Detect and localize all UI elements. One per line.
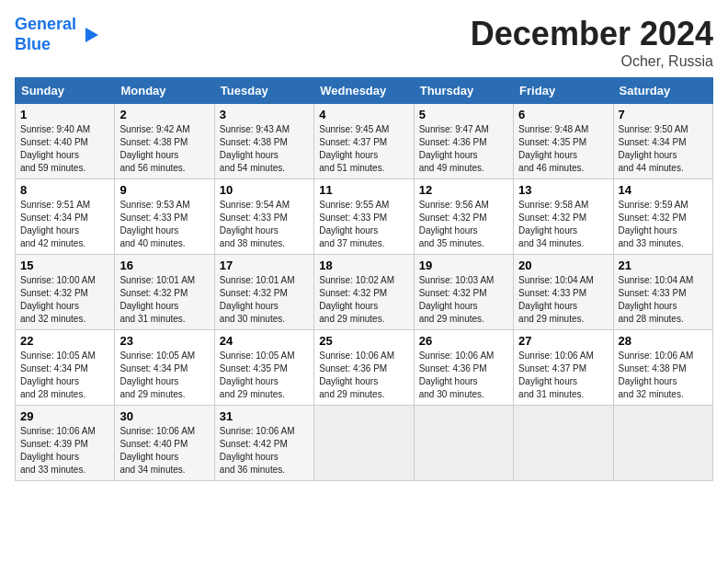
weekday-header-sunday: Sunday (16, 78, 115, 104)
weekday-header-saturday: Saturday (613, 78, 712, 104)
weekday-header-friday: Friday (514, 78, 613, 104)
day-detail: Sunrise: 10:03 AMSunset: 4:32 PMDaylight… (419, 274, 508, 326)
calendar-title: December 2024 (471, 15, 713, 53)
day-detail: Sunrise: 9:42 AMSunset: 4:38 PMDaylight … (119, 123, 209, 175)
calendar-cell: 28 Sunrise: 10:06 AMSunset: 4:38 PMDayli… (613, 330, 712, 406)
calendar-cell (414, 406, 513, 481)
day-detail: Sunrise: 9:40 AMSunset: 4:40 PMDaylight … (20, 123, 109, 175)
day-detail: Sunrise: 9:47 AMSunset: 4:36 PMDaylight … (419, 123, 508, 175)
calendar-week-1: 1 Sunrise: 9:40 AMSunset: 4:40 PMDayligh… (16, 104, 713, 179)
calendar-cell: 15 Sunrise: 10:00 AMSunset: 4:32 PMDayli… (16, 255, 115, 330)
calendar-cell: 26 Sunrise: 10:06 AMSunset: 4:36 PMDayli… (414, 330, 513, 406)
calendar-cell: 10 Sunrise: 9:54 AMSunset: 4:33 PMDaylig… (214, 179, 313, 255)
weekday-header-monday: Monday (115, 78, 214, 104)
day-number: 24 (220, 334, 309, 348)
day-detail: Sunrise: 9:53 AMSunset: 4:33 PMDaylight … (119, 199, 209, 250)
calendar-cell: 24 Sunrise: 10:05 AMSunset: 4:35 PMDayli… (214, 330, 313, 406)
calendar-cell: 17 Sunrise: 10:01 AMSunset: 4:32 PMDayli… (214, 255, 313, 330)
day-number: 11 (319, 183, 408, 197)
day-detail: Sunrise: 9:56 AMSunset: 4:32 PMDaylight … (419, 199, 508, 250)
day-detail: Sunrise: 10:05 AMSunset: 4:34 PMDaylight… (20, 350, 109, 401)
day-detail: Sunrise: 10:00 AMSunset: 4:32 PMDaylight… (20, 274, 109, 326)
day-number: 28 (619, 334, 708, 348)
day-number: 30 (119, 409, 209, 423)
calendar-cell: 21 Sunrise: 10:04 AMSunset: 4:33 PMDayli… (613, 255, 712, 330)
calendar-cell: 29 Sunrise: 10:06 AMSunset: 4:39 PMDayli… (16, 406, 115, 481)
calendar-cell: 5 Sunrise: 9:47 AMSunset: 4:36 PMDayligh… (414, 104, 513, 179)
day-number: 2 (119, 108, 209, 121)
calendar-week-5: 29 Sunrise: 10:06 AMSunset: 4:39 PMDayli… (16, 406, 713, 481)
day-detail: Sunrise: 9:58 AMSunset: 4:32 PMDaylight … (518, 199, 608, 250)
weekday-header-wednesday: Wednesday (314, 78, 414, 104)
calendar-cell: 3 Sunrise: 9:43 AMSunset: 4:38 PMDayligh… (214, 104, 313, 179)
calendar-cell: 14 Sunrise: 9:59 AMSunset: 4:32 PMDaylig… (613, 179, 712, 255)
day-detail: Sunrise: 9:43 AMSunset: 4:38 PMDaylight … (220, 123, 309, 175)
day-detail: Sunrise: 9:45 AMSunset: 4:37 PMDaylight … (319, 123, 408, 175)
logo-blue: Blue (15, 35, 51, 53)
day-detail: Sunrise: 10:06 AMSunset: 4:42 PMDaylight… (220, 425, 309, 477)
header: General Blue December 2024 Ocher, Russia (15, 15, 713, 70)
day-detail: Sunrise: 10:04 AMSunset: 4:33 PMDaylight… (518, 274, 608, 326)
day-number: 4 (319, 108, 408, 121)
day-number: 8 (20, 183, 109, 197)
title-area: December 2024 Ocher, Russia (471, 15, 713, 70)
day-number: 5 (419, 108, 508, 121)
day-number: 26 (419, 334, 508, 348)
calendar-cell: 16 Sunrise: 10:01 AMSunset: 4:32 PMDayli… (115, 255, 214, 330)
day-detail: Sunrise: 10:05 AMSunset: 4:35 PMDaylight… (220, 350, 309, 401)
calendar-cell: 13 Sunrise: 9:58 AMSunset: 4:32 PMDaylig… (514, 179, 613, 255)
day-number: 13 (518, 183, 608, 197)
day-detail: Sunrise: 10:01 AMSunset: 4:32 PMDaylight… (119, 274, 209, 326)
calendar-week-2: 8 Sunrise: 9:51 AMSunset: 4:34 PMDayligh… (16, 179, 713, 255)
calendar-week-3: 15 Sunrise: 10:00 AMSunset: 4:32 PMDayli… (16, 255, 713, 330)
day-number: 12 (419, 183, 508, 197)
day-detail: Sunrise: 10:06 AMSunset: 4:37 PMDaylight… (518, 350, 608, 401)
calendar-cell: 22 Sunrise: 10:05 AMSunset: 4:34 PMDayli… (16, 330, 115, 406)
calendar-cell: 7 Sunrise: 9:50 AMSunset: 4:34 PMDayligh… (613, 104, 712, 179)
day-detail: Sunrise: 10:04 AMSunset: 4:33 PMDaylight… (619, 274, 708, 326)
calendar-cell: 30 Sunrise: 10:06 AMSunset: 4:40 PMDayli… (115, 406, 214, 481)
day-number: 25 (319, 334, 408, 348)
calendar-cell: 23 Sunrise: 10:05 AMSunset: 4:34 PMDayli… (115, 330, 214, 406)
calendar-cell (514, 406, 613, 481)
day-number: 3 (220, 108, 309, 121)
day-number: 27 (518, 334, 608, 348)
day-number: 18 (319, 259, 408, 272)
calendar-cell: 6 Sunrise: 9:48 AMSunset: 4:35 PMDayligh… (514, 104, 613, 179)
calendar-cell: 4 Sunrise: 9:45 AMSunset: 4:37 PMDayligh… (314, 104, 414, 179)
calendar-cell: 31 Sunrise: 10:06 AMSunset: 4:42 PMDayli… (214, 406, 313, 481)
day-number: 20 (518, 259, 608, 272)
day-detail: Sunrise: 10:01 AMSunset: 4:32 PMDaylight… (220, 274, 309, 326)
day-number: 14 (619, 183, 708, 197)
calendar-cell: 18 Sunrise: 10:02 AMSunset: 4:32 PMDayli… (314, 255, 414, 330)
calendar-cell: 19 Sunrise: 10:03 AMSunset: 4:32 PMDayli… (414, 255, 513, 330)
calendar-cell (314, 406, 414, 481)
day-number: 21 (619, 259, 708, 272)
logo-general: General (15, 15, 76, 33)
day-detail: Sunrise: 10:06 AMSunset: 4:40 PMDaylight… (119, 425, 209, 477)
calendar-cell: 27 Sunrise: 10:06 AMSunset: 4:37 PMDayli… (514, 330, 613, 406)
day-detail: Sunrise: 10:06 AMSunset: 4:38 PMDaylight… (619, 350, 708, 401)
day-number: 16 (119, 259, 209, 272)
day-detail: Sunrise: 9:59 AMSunset: 4:32 PMDaylight … (619, 199, 708, 250)
day-number: 19 (419, 259, 508, 272)
calendar-cell: 11 Sunrise: 9:55 AMSunset: 4:33 PMDaylig… (314, 179, 414, 255)
calendar-cell: 8 Sunrise: 9:51 AMSunset: 4:34 PMDayligh… (16, 179, 115, 255)
day-number: 17 (220, 259, 309, 272)
weekday-header-thursday: Thursday (414, 78, 513, 104)
day-detail: Sunrise: 9:54 AMSunset: 4:33 PMDaylight … (220, 199, 309, 250)
day-number: 29 (20, 409, 109, 423)
day-number: 9 (119, 183, 209, 197)
day-detail: Sunrise: 10:06 AMSunset: 4:36 PMDaylight… (419, 350, 508, 401)
calendar-table: SundayMondayTuesdayWednesdayThursdayFrid… (15, 77, 713, 481)
day-detail: Sunrise: 9:55 AMSunset: 4:33 PMDaylight … (319, 199, 408, 250)
day-detail: Sunrise: 10:05 AMSunset: 4:34 PMDaylight… (119, 350, 209, 401)
calendar-week-4: 22 Sunrise: 10:05 AMSunset: 4:34 PMDayli… (16, 330, 713, 406)
logo-text: General Blue (15, 15, 76, 54)
calendar-cell: 25 Sunrise: 10:06 AMSunset: 4:36 PMDayli… (314, 330, 414, 406)
day-number: 1 (20, 108, 109, 121)
day-number: 6 (518, 108, 608, 121)
day-number: 22 (20, 334, 109, 348)
calendar-cell: 2 Sunrise: 9:42 AMSunset: 4:38 PMDayligh… (115, 104, 214, 179)
day-detail: Sunrise: 10:06 AMSunset: 4:36 PMDaylight… (319, 350, 408, 401)
